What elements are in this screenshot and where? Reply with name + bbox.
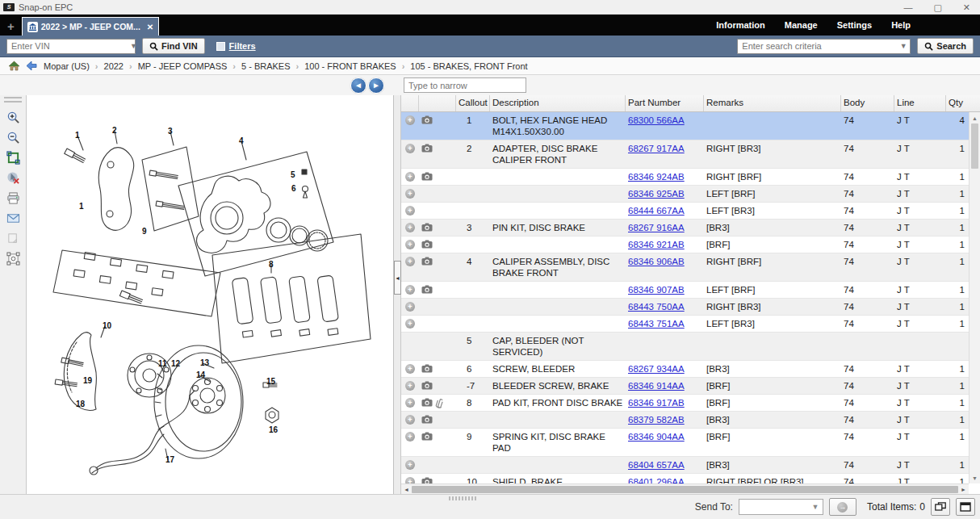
email-icon[interactable]	[5, 211, 21, 225]
close-icon[interactable]: ✕	[963, 2, 970, 13]
scroll-down-icon[interactable]: ▼	[970, 472, 980, 483]
expand-icon[interactable]: +	[405, 257, 415, 266]
diagram-callout-1[interactable]: 1	[75, 131, 80, 140]
part-number-link[interactable]: 68346 917AB	[628, 398, 685, 408]
diagram-callout-11[interactable]: 11	[158, 359, 167, 368]
diagram-callout-15[interactable]: 15	[266, 377, 275, 386]
table-row[interactable]: +68443 750AARIGHT [BR3]74J T1	[401, 299, 969, 316]
pointer-disabled-icon[interactable]	[5, 170, 21, 185]
table-row[interactable]: +68346 925ABLEFT [BRF]74J T1	[401, 186, 969, 203]
expand-icon[interactable]: +	[405, 364, 415, 374]
diagram-callout-17[interactable]: 17	[165, 455, 174, 464]
expand-icon[interactable]: +	[405, 398, 415, 408]
header-part-number[interactable]: Part Number	[626, 95, 704, 111]
part-number-link[interactable]: 68267 916AA	[628, 223, 685, 232]
vscroll-thumb[interactable]	[971, 123, 978, 169]
table-row[interactable]: +8PAD KIT, FRONT DISC BRAKE68346 917AB[B…	[401, 395, 969, 412]
scroll-left-icon[interactable]: ◄	[401, 487, 412, 492]
header-line[interactable]: Line	[894, 95, 946, 111]
tab-close-icon[interactable]: ✕	[147, 23, 153, 31]
camera-icon[interactable]	[421, 257, 433, 266]
diagram-callout-3[interactable]: 3	[168, 127, 173, 136]
attachment-icon[interactable]	[435, 398, 443, 408]
diagram-callout-10[interactable]: 10	[103, 321, 111, 330]
camera-icon[interactable]	[421, 381, 433, 390]
zoom-out-icon[interactable]	[5, 130, 21, 144]
part-number-link[interactable]: 68346 921AB	[628, 240, 685, 249]
vertical-scrollbar[interactable]: ▲ ▼	[969, 112, 980, 483]
part-number-link[interactable]: 68379 582AB	[628, 415, 685, 425]
expand-icon[interactable]: +	[405, 172, 415, 182]
camera-icon[interactable]	[421, 144, 433, 153]
parts-diagram[interactable]: 12345619810111213141516171819	[27, 95, 394, 494]
camera-icon[interactable]	[421, 240, 433, 249]
menu-item-help[interactable]: Help	[891, 20, 911, 30]
diagram-callout-9[interactable]: 9	[142, 227, 147, 236]
header-qty[interactable]: Qty	[946, 95, 969, 111]
table-row[interactable]: +-7BLEEDER SCREW, BRAKE68346 914AA[BRF]7…	[401, 378, 969, 395]
print-icon[interactable]	[5, 190, 21, 205]
table-row[interactable]: +68443 751AALEFT [BR3]74J T1	[401, 316, 969, 333]
camera-icon[interactable]	[421, 432, 433, 441]
filters-link[interactable]: Filters	[229, 41, 256, 51]
search-input[interactable]	[738, 40, 897, 53]
toolbar-grip-handle[interactable]	[4, 97, 22, 103]
part-number-link[interactable]: 68267 917AA	[628, 144, 685, 153]
collapse-panel-icon[interactable]: ◄	[394, 261, 401, 295]
diagram-callout-1[interactable]: 1	[79, 202, 84, 211]
menu-item-manage[interactable]: Manage	[785, 20, 818, 30]
table-row[interactable]: +68444 667AALEFT [BR3]74J T1	[401, 203, 969, 220]
camera-icon[interactable]	[421, 172, 433, 181]
diagram-callout-13[interactable]: 13	[200, 358, 209, 367]
new-tab-button[interactable]: +	[0, 19, 22, 36]
diagram-callout-8[interactable]: 8	[269, 260, 274, 269]
expand-icon[interactable]: +	[405, 381, 415, 391]
expand-icon[interactable]: +	[405, 477, 415, 483]
footer-grip-handle[interactable]	[449, 496, 476, 500]
part-number-link[interactable]: 68300 566AA	[628, 115, 685, 125]
fit-to-window-icon[interactable]	[5, 150, 21, 165]
diagram-callout-19[interactable]: 19	[83, 376, 92, 385]
diagram-callout-14[interactable]: 14	[196, 370, 205, 379]
expand-icon[interactable]: +	[405, 285, 415, 295]
zoom-in-icon[interactable]	[5, 110, 21, 124]
chevron-down-icon[interactable]: ▼	[808, 503, 823, 511]
tile-windows-button[interactable]	[931, 498, 950, 516]
expand-icon[interactable]: +	[405, 240, 415, 249]
part-number-link[interactable]: 68346 914AA	[628, 381, 685, 391]
expand-icon[interactable]: +	[405, 115, 415, 125]
part-number-link[interactable]: 68346 924AB	[628, 172, 685, 182]
diagram-callout-2[interactable]: 2	[112, 126, 117, 135]
maximize-icon[interactable]: ▢	[933, 2, 941, 13]
find-vin-button[interactable]: Find VIN	[142, 38, 205, 54]
tab-active-catalog[interactable]: 2022 > MP - JEEP COM... ✕	[22, 17, 159, 36]
breadcrumb-item[interactable]: 2022	[104, 61, 124, 71]
send-to-dropdown[interactable]: ▼	[739, 499, 823, 515]
table-row[interactable]: +68346 907ABLEFT [BRF]74J T1	[401, 282, 969, 299]
menu-item-information[interactable]: Information	[716, 20, 765, 30]
narrow-filter-box[interactable]	[404, 77, 526, 93]
part-number-link[interactable]: 68443 751AA	[628, 319, 685, 329]
camera-icon[interactable]	[421, 223, 433, 232]
nav-back-button[interactable]: ◄	[350, 77, 366, 94]
expand-icon[interactable]: +	[405, 415, 415, 425]
minimize-icon[interactable]: —	[903, 2, 912, 13]
table-row[interactable]: +6SCREW, BLEEDER68267 934AA[BR3]74J T1	[401, 361, 969, 378]
camera-icon[interactable]	[421, 398, 433, 407]
search-combobox[interactable]: ▼	[737, 39, 911, 54]
expand-icon[interactable]: +	[405, 144, 415, 153]
header-body[interactable]: Body	[841, 95, 894, 111]
expand-icon[interactable]: +	[405, 432, 415, 442]
table-row[interactable]: +9SPRING KIT, DISC BRAKE PAD68346 904AA[…	[401, 429, 969, 457]
single-window-button[interactable]	[956, 498, 975, 516]
scroll-up-icon[interactable]: ▲	[970, 112, 980, 123]
search-button[interactable]: Search	[917, 38, 974, 54]
vin-combobox[interactable]: ▼	[6, 39, 136, 54]
part-number-link[interactable]: 68443 750AA	[628, 302, 685, 312]
menu-item-settings[interactable]: Settings	[837, 20, 872, 30]
part-number-link[interactable]: 68444 667AA	[628, 206, 685, 216]
home-icon[interactable]	[8, 61, 20, 71]
filters-checkbox[interactable]	[216, 42, 225, 51]
back-arrow-icon[interactable]	[26, 61, 38, 71]
diagram-callout-18[interactable]: 18	[76, 400, 85, 408]
